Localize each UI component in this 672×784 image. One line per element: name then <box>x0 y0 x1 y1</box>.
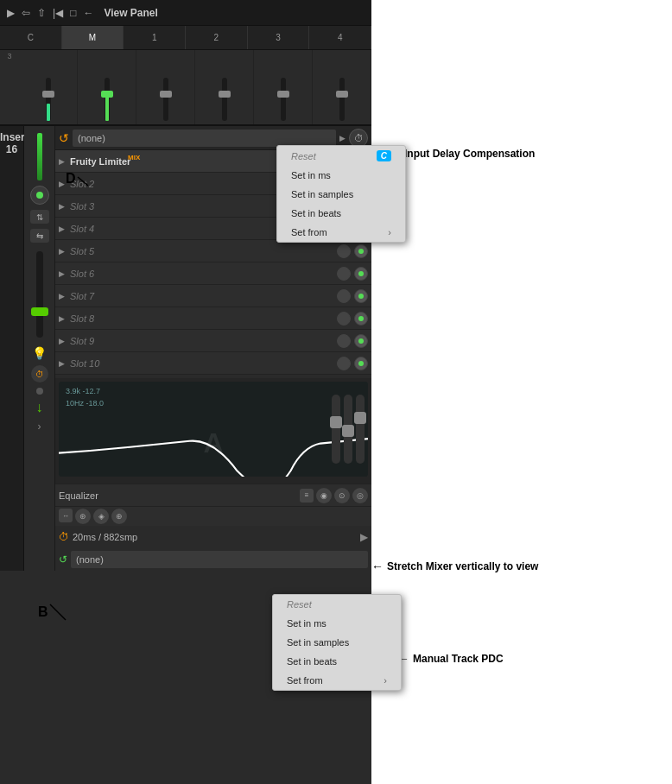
channel-m[interactable]: M <box>62 26 124 49</box>
channel-3[interactable]: 3 <box>248 26 310 49</box>
eq-round-btn-6[interactable]: ⊕ <box>111 509 127 524</box>
rec-icon[interactable]: □ <box>70 7 76 19</box>
channel-strip-2[interactable] <box>195 50 254 124</box>
slot-circle-5a[interactable] <box>337 244 351 258</box>
slot-name-5: Slot 5 <box>70 246 333 256</box>
slot-circle-9b[interactable] <box>354 334 368 348</box>
ctx-bot-samples[interactable]: Set in samples <box>273 633 401 652</box>
fader-knob-2[interactable] <box>219 91 231 98</box>
input-delay-dropdown[interactable]: (none) <box>73 130 336 147</box>
ctx-top-from[interactable]: Set from › <box>277 223 405 242</box>
slot-circle-7a[interactable] <box>337 289 351 303</box>
insert-num: Insert 16 <box>0 126 24 571</box>
eq-round-btn-1[interactable]: ◉ <box>316 488 332 503</box>
fader-track-1[interactable] <box>163 78 168 121</box>
ctx-top-reset[interactable]: Reset C <box>277 146 405 166</box>
ctx-top-samples[interactable]: Set in samples <box>277 185 405 204</box>
annotation-input-delay: ← Input Delay Compensation <box>389 147 535 161</box>
slot10-arrow-icon: ▶ <box>59 359 65 368</box>
bulb-icon[interactable]: 💡 <box>32 346 47 360</box>
channel-strip-1[interactable] <box>136 50 195 124</box>
slot2-arrow-icon: ▶ <box>59 180 65 188</box>
eq-slider-handle-3[interactable] <box>354 412 366 424</box>
channel-strip-c[interactable] <box>19 50 78 124</box>
eq-slider-3[interactable] <box>356 395 365 464</box>
mix-label: MIX <box>128 154 140 161</box>
slot-circle-10a[interactable] <box>337 357 351 370</box>
left-right-btn[interactable]: ⇆ <box>30 229 49 243</box>
mixer-header: C M 1 2 3 4 <box>0 26 371 50</box>
eq-slider-2[interactable] <box>344 395 352 464</box>
bounce-icon[interactable]: ⇦ <box>22 7 30 19</box>
eq-sliders <box>332 389 365 470</box>
channel-1[interactable]: 1 <box>124 26 186 49</box>
send-knob[interactable] <box>30 186 49 205</box>
eq-slider-handle-2[interactable] <box>342 425 354 437</box>
ctx-top-beats[interactable]: Set in beats <box>277 204 405 223</box>
routing-row: ↺ (none) <box>55 548 371 571</box>
slot-row-9[interactable]: ▶ Slot 9 <box>55 330 371 352</box>
slot-row-7[interactable]: ▶ Slot 7 <box>55 285 371 307</box>
fader-track-2[interactable] <box>222 78 227 121</box>
fader-track-3[interactable] <box>281 78 286 121</box>
ctx-bot-ms[interactable]: Set in ms <box>273 614 401 633</box>
channel-4[interactable]: 4 <box>309 26 371 49</box>
slot-row-5[interactable]: ▶ Slot 5 <box>55 240 371 262</box>
down-arrow-icon[interactable]: ↓ <box>36 400 43 415</box>
play-icon[interactable]: ▶ <box>7 7 15 19</box>
left-arrow-icon[interactable]: ← <box>83 7 93 19</box>
slot-circle-6a[interactable] <box>337 267 351 281</box>
channel-strip-3[interactable] <box>254 50 313 124</box>
slot-circle-9a[interactable] <box>337 334 351 348</box>
slot-circle-7b[interactable] <box>354 289 368 303</box>
slot-row-6[interactable]: ▶ Slot 6 <box>55 262 371 285</box>
ctx-bot-from[interactable]: Set from › <box>273 671 401 690</box>
eq-round-btn-4[interactable]: ⊛ <box>75 509 91 524</box>
ctx-top-ms[interactable]: Set in ms <box>277 166 405 185</box>
eq-small-btn-1[interactable]: ≡ <box>300 489 314 503</box>
ctx-bot-beats[interactable]: Set in beats <box>273 652 401 671</box>
eq-slider-1[interactable] <box>332 395 340 464</box>
up-icon[interactable]: ⇧ <box>37 7 46 19</box>
eq-label-row: Equalizer ≡ ◉ ⊙ ◎ <box>55 484 371 506</box>
insert-fader-track[interactable] <box>36 251 43 338</box>
eq-small-btn-2[interactable]: ↔ <box>59 509 73 522</box>
slot-circle-8b[interactable] <box>354 312 368 326</box>
slot-circle-6b[interactable] <box>354 267 368 281</box>
insert-fader-handle[interactable] <box>31 307 48 316</box>
slot-name-8: Slot 8 <box>70 313 333 324</box>
skip-icon[interactable]: |◀ <box>53 7 63 19</box>
dropdown-arrow-icon[interactable]: ▶ <box>339 134 346 142</box>
stretch-btn-area: ↔ ⊛ ◈ ⊕ <box>59 509 127 524</box>
fader-knob-1[interactable] <box>160 91 172 98</box>
fader-knob-3[interactable] <box>277 91 289 98</box>
mixer-channels: 3 <box>0 50 371 126</box>
eq-label-text: Equalizer <box>59 490 296 501</box>
fader-track-m[interactable] <box>105 78 110 121</box>
annotation-stretch-text: Stretch Mixer vertically to view <box>387 560 538 572</box>
eq-round-btn-3[interactable]: ◎ <box>352 488 368 503</box>
routing-dropdown[interactable]: (none) <box>71 551 368 568</box>
slot-row-10[interactable]: ▶ Slot 10 <box>55 352 371 375</box>
fader-knob-4[interactable] <box>336 91 348 98</box>
channel-strip-m[interactable] <box>78 50 136 124</box>
up-down-btn[interactable]: ⇅ <box>30 210 49 224</box>
channel-strip-4[interactable] <box>313 50 371 124</box>
eq-round-btn-2[interactable]: ⊙ <box>334 488 350 503</box>
slot-row-8[interactable]: ▶ Slot 8 <box>55 307 371 330</box>
fader-track-4[interactable] <box>339 78 345 121</box>
channel-c[interactable]: C <box>0 26 62 49</box>
fader-knob-c[interactable] <box>42 91 54 98</box>
chevron-right-icon[interactable]: › <box>38 420 41 433</box>
eq-btn-row: ≡ ◉ ⊙ ◎ <box>300 488 368 503</box>
eq-slider-handle-1[interactable] <box>330 416 342 428</box>
eq-round-btn-5[interactable]: ◈ <box>93 509 109 524</box>
clock-icon-left[interactable]: ⏱ <box>31 365 48 383</box>
slot-circle-5b[interactable] <box>354 244 368 258</box>
slot-circle-10b[interactable] <box>354 357 368 370</box>
channel-2[interactable]: 2 <box>186 26 248 49</box>
slot-circle-8a[interactable] <box>337 312 351 326</box>
ctx-bot-reset[interactable]: Reset <box>273 595 401 614</box>
fader-track-c[interactable] <box>46 78 51 121</box>
pdc-arrow-icon[interactable]: ▶ <box>360 531 368 543</box>
